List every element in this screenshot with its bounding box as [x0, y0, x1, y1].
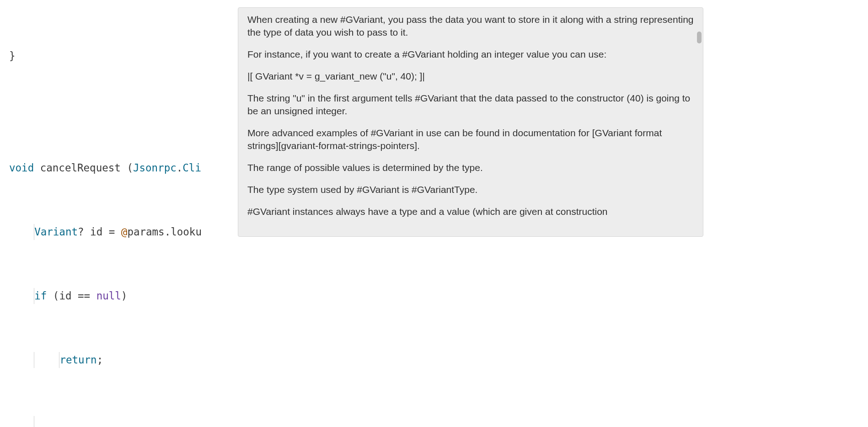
punct: ) [121, 290, 128, 302]
identifier: id [90, 226, 102, 238]
code-line[interactable]: if (id == null) [9, 288, 868, 304]
punct: ( [53, 290, 59, 302]
type: Cli [182, 162, 201, 174]
identifier: cancelRequest [40, 162, 121, 174]
tooltip-paragraph: |[ GVariant *v = g_variant_new ("u", 40)… [247, 70, 694, 83]
tooltip-paragraph: The type system used by #GVariant is #GV… [247, 183, 694, 196]
code-line[interactable] [9, 416, 868, 427]
identifier: looku [171, 226, 202, 238]
identifier: id [59, 290, 71, 302]
brace-close: } [9, 50, 16, 62]
tooltip-paragraph: #GVariant instances always have a type a… [247, 205, 694, 218]
code-line[interactable]: return; [9, 352, 868, 368]
indent-guide [34, 352, 34, 368]
indent-guide [34, 416, 34, 427]
punct: ; [97, 354, 103, 366]
punct: . [165, 226, 171, 238]
string-at: @ [121, 226, 128, 238]
op: = [109, 226, 115, 238]
keyword: return [59, 354, 96, 366]
tooltip-scrollbar-thumb[interactable] [697, 32, 702, 43]
identifier: params [127, 226, 164, 238]
op: == [78, 290, 90, 302]
punct: ( [127, 162, 133, 174]
hover-doc-tooltip[interactable]: When creating a new #GVariant, you pass … [238, 7, 703, 237]
punct: ? [78, 226, 84, 238]
tooltip-paragraph: More advanced examples of #GVariant in u… [247, 127, 694, 152]
punct: . [177, 162, 183, 174]
tooltip-paragraph: For instance, if you want to create a #G… [247, 48, 694, 61]
tooltip-paragraph: When creating a new #GVariant, you pass … [247, 13, 694, 39]
tooltip-paragraph: The string "u" in the first argument tel… [247, 92, 694, 117]
code-editor[interactable]: } void cancelRequest (Jsonrpc.Cli Varian… [0, 0, 868, 427]
keyword: null [96, 290, 121, 302]
type: Jsonrpc [133, 162, 177, 174]
type: Variant [34, 226, 78, 238]
keyword: void [9, 162, 34, 174]
tooltip-paragraph: The range of possible values is determin… [247, 161, 694, 174]
keyword: if [34, 290, 47, 302]
